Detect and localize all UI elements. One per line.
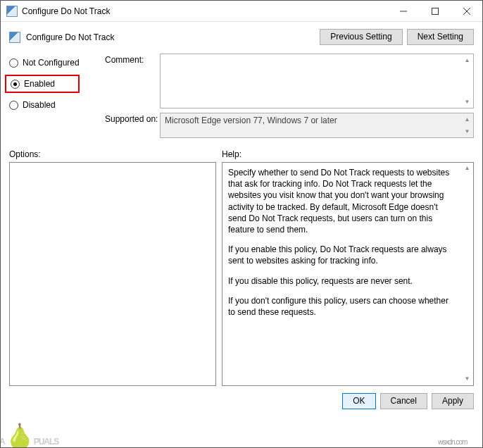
comment-label: Comment: [105, 54, 160, 108]
supported-value: Microsoft Edge version 77, Windows 7 or … [165, 116, 337, 125]
help-paragraph: If you disable this policy, requests are… [228, 275, 468, 287]
scroll-down-icon[interactable]: ▼ [461, 373, 473, 385]
help-paragraph: If you don't configure this policy, user… [228, 295, 468, 318]
help-paragraph: Specify whether to send Do Not Track req… [228, 167, 468, 235]
apply-button[interactable]: Apply [432, 393, 474, 409]
radio-disabled[interactable]: Disabled [9, 99, 99, 111]
ok-button[interactable]: OK [342, 393, 375, 409]
nav-buttons: Previous Setting Next Setting [320, 29, 474, 45]
radio-icon [9, 101, 18, 110]
watermark: A🍐PUALS wsxdn.com [0, 422, 58, 448]
header-row: Configure Do Not Track Previous Setting … [1, 22, 482, 45]
state-radios: Not Configured Enabled Disabled [9, 54, 99, 142]
help-scrollbar[interactable]: ▲ ▼ [461, 163, 473, 385]
watermark-site: wsxdn.com [438, 438, 467, 446]
options-panel [9, 162, 216, 386]
settings-area: Not Configured Enabled Disabled Comment:… [1, 45, 482, 142]
next-setting-button[interactable]: Next Setting [407, 29, 474, 45]
supported-label: Supported on: [105, 113, 160, 138]
radio-label: Enabled [24, 79, 55, 89]
radio-not-configured[interactable]: Not Configured [9, 56, 99, 69]
scroll-up-icon[interactable]: ▲ [461, 54, 473, 66]
section-labels: Options: Help: [1, 142, 482, 162]
cancel-button[interactable]: Cancel [380, 393, 427, 409]
policy-icon [9, 32, 20, 43]
watermark-text: A [0, 437, 5, 447]
help-panel: Specify whether to send Do Not Track req… [222, 162, 474, 386]
page-title: Configure Do Not Track [26, 32, 320, 42]
window-controls [387, 1, 482, 21]
radio-icon [11, 80, 20, 89]
supported-scrollbar[interactable]: ▲ ▼ [461, 113, 473, 137]
watermark-text: PUALS [34, 437, 59, 447]
scroll-down-icon[interactable]: ▼ [461, 96, 473, 108]
scroll-up-icon[interactable]: ▲ [461, 113, 473, 125]
app-icon [6, 6, 18, 17]
lower-area: Specify whether to send Do Not Track req… [1, 162, 482, 386]
dialog-buttons: OK Cancel Apply [1, 386, 482, 416]
comment-row: Comment: ▲ ▼ [105, 54, 474, 108]
options-label: Options: [9, 149, 222, 159]
comment-input[interactable]: ▲ ▼ [160, 54, 474, 108]
svg-rect-1 [432, 8, 438, 14]
pear-icon: 🍐 [5, 422, 34, 448]
fields-column: Comment: ▲ ▼ Supported on: Microsoft Edg… [105, 54, 474, 142]
supported-display: Microsoft Edge version 77, Windows 7 or … [160, 113, 474, 138]
radio-enabled[interactable]: Enabled [5, 75, 80, 93]
radio-label: Not Configured [23, 58, 80, 68]
comment-scrollbar[interactable]: ▲ ▼ [461, 54, 473, 108]
supported-row: Supported on: Microsoft Edge version 77,… [105, 113, 474, 138]
radio-label: Disabled [23, 100, 56, 110]
titlebar: Configure Do Not Track [1, 1, 482, 22]
maximize-button[interactable] [419, 1, 451, 21]
scroll-down-icon[interactable]: ▼ [461, 125, 473, 137]
help-paragraph: If you enable this policy, Do Not Track … [228, 244, 468, 266]
scroll-up-icon[interactable]: ▲ [461, 163, 473, 175]
help-label: Help: [222, 149, 242, 159]
minimize-button[interactable] [387, 1, 419, 21]
previous-setting-button[interactable]: Previous Setting [320, 29, 402, 45]
radio-icon [9, 58, 18, 68]
close-button[interactable] [451, 1, 482, 21]
window-title: Configure Do Not Track [22, 6, 387, 16]
